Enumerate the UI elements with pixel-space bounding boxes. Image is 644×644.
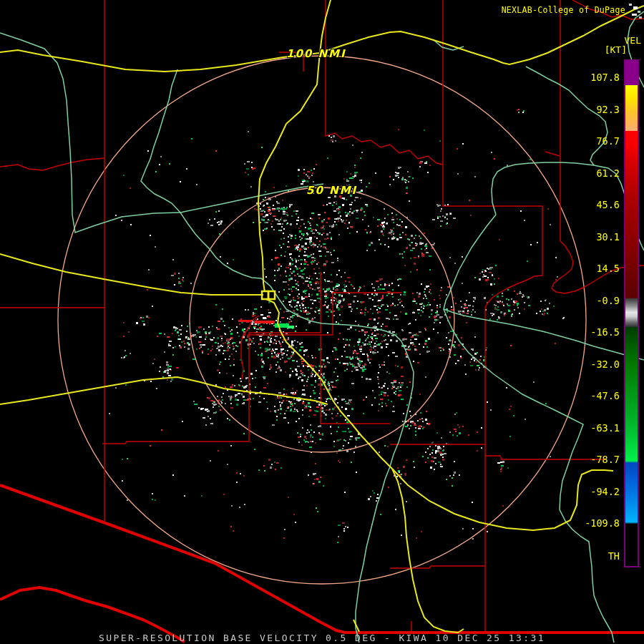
highway-teal (141, 69, 414, 643)
velocity-color-scale (624, 59, 639, 567)
colorbar-tick: -78.7 (555, 454, 620, 464)
cod-weather-logo-icon (628, 1, 643, 20)
highway-teal (180, 184, 323, 213)
colorbar-tick: 92.3 (555, 104, 620, 114)
highway-yellow (0, 377, 328, 404)
colorbar-tick: 107.8 (555, 72, 620, 82)
colorbar-tick: 61.2 (555, 168, 620, 178)
product-status-text: SUPER-RESOLUTION BASE VELOCITY 0.5 DEG -… (99, 633, 545, 643)
county-boundary (241, 316, 259, 379)
yellow-highways (0, 0, 644, 633)
county-boundary (443, 0, 542, 633)
county-boundaries (0, 0, 644, 633)
county-boundary (545, 152, 560, 156)
colorbar-tick: 76.7 (555, 136, 620, 146)
county-boundary (390, 566, 485, 568)
range-ring-label-50nmi: 50 NMI (306, 184, 357, 197)
range-ring-50nmi (190, 187, 454, 452)
interchange-box (268, 291, 275, 299)
threshold-label: TH (608, 550, 620, 562)
velocity-unit-bracket: [KT] (605, 44, 627, 55)
county-boundary (102, 272, 321, 444)
radar-display: 100 NMI 50 NMI NEXLAB-College of DuPage … (0, 0, 644, 644)
county-boundary (0, 158, 104, 170)
colorbar-tick: -16.5 (555, 327, 620, 337)
highway-yellow (0, 254, 263, 295)
velocity-unit-label: VEL (625, 35, 641, 46)
page-title: NEXLAB-College of DuPage (502, 5, 625, 15)
highway-yellow (392, 469, 464, 633)
colorbar-tick: -32.0 (555, 359, 620, 369)
teal-highways (0, 11, 644, 643)
colorbar-tick: -109.8 (555, 518, 620, 528)
colorbar-tick: -94.2 (555, 487, 620, 497)
colorbar-tick: -47.6 (555, 391, 620, 401)
colorbar-tick: 14.5 (555, 263, 620, 273)
state-border-line (0, 485, 644, 633)
range-ring-100nmi (58, 56, 586, 584)
highway-yellow (266, 299, 392, 469)
colorbar-tick: -0.9 (555, 296, 620, 306)
highway-yellow (258, 0, 331, 292)
colorbar-tick: -63.1 (555, 423, 620, 433)
velocity-color-gradient (625, 61, 638, 566)
major-borders (0, 485, 644, 642)
county-boundary (321, 335, 390, 424)
county-boundary (326, 0, 443, 165)
map-lines-layer (0, 0, 644, 644)
range-ring-label-100nmi: 100 NMI (286, 47, 346, 60)
colorbar-tick: 45.6 (555, 200, 620, 210)
colorbar-tick: 30.1 (555, 232, 620, 242)
